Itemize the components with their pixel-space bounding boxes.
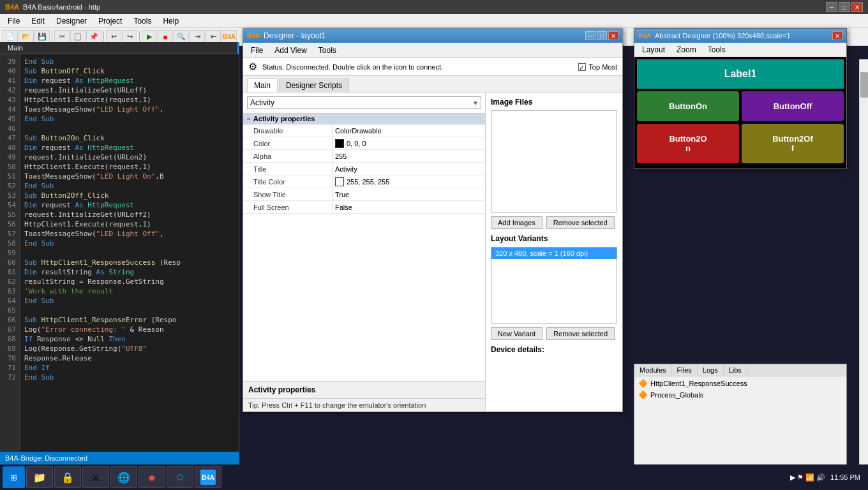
code-line-46	[24, 124, 235, 133]
prop-value-show-title[interactable]: True	[333, 188, 485, 200]
taskbar-right: ▶ ⚑ 📶 🔊 11:55 PM	[790, 473, 865, 482]
prop-value-alpha[interactable]: 255	[333, 150, 485, 162]
tree-item-process-globals[interactable]: 🔶 Process_Globals	[636, 389, 845, 401]
menu-tools[interactable]: Tools	[128, 15, 156, 27]
label1-widget[interactable]: Label1	[637, 59, 844, 89]
tab-files[interactable]: Files	[672, 364, 698, 376]
tab-libs[interactable]: Libs	[724, 364, 747, 376]
button2off-widget[interactable]: Button2Off	[742, 124, 844, 163]
prop-section-title: Activity properties	[253, 115, 315, 122]
right-panel-tabs: Modules Files Logs Libs	[634, 364, 846, 376]
code-line-47: Sub Button2On_Click	[24, 133, 235, 143]
code-content[interactable]: 39 40 41 42 43 44 45 46 47 48 49 50 51 5…	[0, 54, 239, 452]
prop-value-full-screen[interactable]: False	[333, 201, 485, 213]
ln-41: 41	[3, 76, 16, 85]
designer-maximize-btn[interactable]: □	[597, 31, 607, 40]
ln-61: 61	[3, 267, 16, 277]
prop-name-title: Title	[243, 163, 333, 175]
prop-row-alpha: Alpha 255	[243, 150, 485, 163]
start-button[interactable]: ⊞	[3, 466, 25, 488]
prop-name-full-screen: Full Screen	[243, 201, 333, 213]
tab-logs[interactable]: Logs	[698, 364, 724, 376]
designer-menu-add-view[interactable]: Add View	[269, 45, 311, 56]
taskbar-file-explorer[interactable]: 📁	[26, 466, 53, 488]
designer-status-strip: ⚙ Status: Disconnected. Double click on …	[243, 58, 622, 76]
code-line-49: request.InitializeGet(URLon2)	[24, 152, 235, 162]
designer-tab-main[interactable]: Main	[247, 78, 278, 92]
prop-collapse-icon[interactable]: −	[247, 115, 251, 122]
right-scrollbar-thumb[interactable]	[860, 72, 868, 98]
activity-dropdown[interactable]: Activity	[247, 96, 481, 109]
menu-bar: File Edit Designer Project Tools Help	[0, 14, 868, 28]
menu-file[interactable]: File	[3, 15, 25, 27]
color-swatch-white	[335, 177, 344, 186]
code-line-45: End Sub	[24, 114, 235, 124]
ln-53: 53	[3, 191, 16, 200]
abstract-menu-layout[interactable]: Layout	[637, 44, 670, 56]
remove-images-button[interactable]: Remove selected	[546, 216, 615, 229]
image-list-box[interactable]	[491, 110, 617, 212]
designer-menu-tools[interactable]: Tools	[313, 45, 341, 56]
menu-edit[interactable]: Edit	[26, 15, 50, 27]
taskbar-game[interactable]: ⚔	[82, 466, 109, 488]
taskbar-arduino[interactable]: ⬡	[167, 466, 193, 488]
designer-tab-scripts[interactable]: Designer Scripts	[279, 78, 349, 92]
maximize-btn[interactable]: □	[839, 2, 850, 12]
arduino-icon: ⬡	[172, 470, 188, 485]
taskbar-circle-app[interactable]: ●	[138, 466, 165, 488]
designer-status-text: Status: Disconnected. Double click on th…	[262, 63, 443, 71]
menu-project[interactable]: Project	[93, 15, 127, 27]
abstract-menu-zoom[interactable]: Zoom	[671, 44, 701, 56]
remove-variant-button[interactable]: Remove selected	[546, 327, 615, 340]
toolbar-sep1	[52, 31, 52, 43]
abstract-menu-tools[interactable]: Tools	[703, 44, 731, 56]
minimize-btn[interactable]: ─	[826, 2, 837, 12]
code-line-64: End Sub	[24, 296, 235, 306]
prop-value-color[interactable]: 0, 0, 0	[333, 137, 485, 149]
button2on-widget[interactable]: Button2On	[637, 124, 739, 163]
right-scrollbar[interactable]	[859, 59, 868, 464]
prop-value-drawable[interactable]: ColorDrawable	[333, 124, 485, 137]
button-on-widget[interactable]: ButtonOn	[637, 91, 739, 121]
taskbar-browser[interactable]: 🌐	[110, 466, 137, 488]
variant-buttons: New Variant Remove selected	[491, 327, 617, 340]
layout-list-box[interactable]: 320 x 480, scale = 1 (160 dpi)	[491, 247, 617, 323]
taskbar-security[interactable]: 🔒	[54, 466, 81, 488]
ln-69: 69	[3, 344, 16, 353]
button-off-widget[interactable]: ButtonOff	[742, 91, 844, 121]
new-variant-button[interactable]: New Variant	[491, 327, 542, 340]
designer-close-btn[interactable]: ✕	[608, 31, 618, 40]
close-btn[interactable]: ✕	[851, 2, 863, 12]
ln-67: 67	[3, 325, 16, 334]
code-line-66: Sub HttpClient1_ResponseError (Respo	[24, 315, 235, 325]
designer-menu-bar: File Add View Tools	[243, 43, 622, 58]
add-images-button[interactable]: Add Images	[491, 216, 542, 229]
abstract-close-btn[interactable]: ✕	[832, 31, 842, 40]
code-line-48: Dim request As HttpRequest	[24, 143, 235, 152]
taskbar-b4a[interactable]: B4A	[195, 466, 221, 488]
menu-help[interactable]: Help	[158, 15, 184, 27]
designer-menu-file[interactable]: File	[246, 45, 268, 56]
tree-icon-process-globals: 🔶	[638, 390, 648, 399]
code-text-area[interactable]: End Sub Sub ButtonOff_Click Dim request …	[20, 54, 239, 452]
tree-item-response-success[interactable]: 🔶 HttpClient1_ResponseSuccess	[636, 378, 845, 389]
prop-row-title-color: Title Color 255, 255, 255	[243, 175, 485, 188]
image-buttons: Add Images Remove selected	[491, 216, 617, 229]
prop-value-title-color[interactable]: 255, 255, 255	[333, 175, 485, 188]
code-line-42: request.InitializeGet(URLoff)	[24, 85, 235, 95]
code-line-43: HttpClient1.Execute(request,1)	[24, 95, 235, 105]
menu-designer[interactable]: Designer	[51, 15, 92, 27]
designer-minimize-btn[interactable]: ─	[585, 31, 595, 40]
top-most-checkbox[interactable]	[578, 63, 586, 71]
layout-list-item-selected[interactable]: 320 x 480, scale = 1 (160 dpi)	[491, 248, 617, 259]
browser-icon: 🌐	[116, 470, 131, 485]
prop-section-header: − Activity properties	[243, 114, 485, 124]
tree-label-response-success: HttpClient1_ResponseSuccess	[650, 380, 747, 387]
designer-tabs: Main Designer Scripts	[243, 76, 622, 93]
prop-name-alpha: Alpha	[243, 150, 333, 162]
tab-modules[interactable]: Modules	[634, 364, 672, 376]
activity-props-bottom: Activity properties	[243, 381, 485, 398]
code-tab-main[interactable]: Main	[0, 42, 239, 54]
prop-value-title[interactable]: Activity	[333, 163, 485, 175]
taskbar-icons-right: ▶ ⚑ 📶 🔊	[790, 473, 825, 482]
